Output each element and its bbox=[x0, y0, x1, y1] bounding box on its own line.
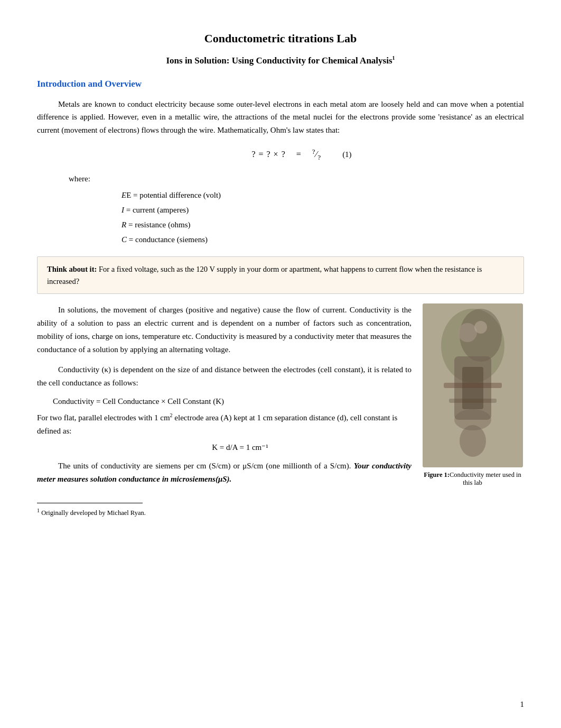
svg-point-7 bbox=[474, 321, 487, 334]
main-title: Conductometric titrations Lab bbox=[37, 32, 524, 45]
paragraph-3: Conductivity (κ) is dependent on the siz… bbox=[37, 363, 412, 390]
svg-rect-9 bbox=[449, 399, 497, 403]
content-with-figure: In solutions, the movement of charges (p… bbox=[37, 303, 524, 487]
svg-rect-8 bbox=[444, 383, 502, 388]
sub-title-text: Ions in Solution: Using Conductivity for… bbox=[166, 56, 392, 66]
conductivity-equation: Conductivity = Cell Conductance × Cell C… bbox=[53, 397, 412, 406]
conductivity-meter-svg bbox=[423, 303, 523, 467]
sub-title-superscript: 1 bbox=[392, 55, 395, 61]
units-text: The units of conductivity are siemens pe… bbox=[37, 459, 412, 486]
figure-caption-bold: Figure 1: bbox=[424, 471, 450, 478]
figure-inner bbox=[423, 303, 523, 467]
svg-point-6 bbox=[458, 323, 477, 342]
formula-eq-number: (1) bbox=[342, 150, 352, 159]
def-I: I = current (amperes) bbox=[121, 203, 524, 218]
def-R: R = resistance (ohms) bbox=[121, 218, 524, 233]
paragraph-2: In solutions, the movement of charges (p… bbox=[37, 303, 412, 356]
definitions: EE = potential difference (volt) I = cur… bbox=[121, 188, 524, 247]
figure-caption-rest: Conductivity meter used in this lab bbox=[450, 471, 521, 486]
think-box: Think about it: For a fixed voltage, suc… bbox=[37, 256, 524, 294]
for-two-flat: For two flat, parallel electrodes with 1… bbox=[37, 411, 412, 438]
formula-block: ? = ? × ? = ?⁄? (1) bbox=[79, 148, 524, 162]
footnote: 1 Originally developed by Michael Ryan. bbox=[37, 508, 524, 517]
def-E: EE = potential difference (volt) bbox=[121, 188, 524, 203]
think-text: For a fixed voltage, such as the 120 V s… bbox=[47, 265, 482, 285]
k-equation: K = d/A = 1 cm⁻¹ bbox=[69, 443, 412, 452]
footnote-content: Originally developed by Michael Ryan. bbox=[40, 510, 146, 517]
page-number: 1 bbox=[520, 700, 525, 709]
where-block: where: EE = potential difference (volt) … bbox=[69, 172, 524, 247]
figure-image bbox=[423, 303, 523, 467]
paragraph-1: Metals are known to conduct electricity … bbox=[37, 98, 524, 137]
footnote-divider bbox=[37, 503, 143, 503]
think-label: Think about it: bbox=[47, 265, 97, 273]
sub-title: Ions in Solution: Using Conductivity for… bbox=[37, 55, 524, 66]
content-left: In solutions, the movement of charges (p… bbox=[37, 303, 412, 487]
figure-right: Figure 1:Conductivity meter used in this… bbox=[421, 303, 524, 487]
where-label: where: bbox=[69, 172, 524, 186]
def-C: C = conductance (siemens) bbox=[121, 233, 524, 247]
svg-point-10 bbox=[454, 409, 491, 430]
figure-caption: Figure 1:Conductivity meter used in this… bbox=[421, 471, 524, 487]
section-heading: Introduction and Overview bbox=[37, 79, 524, 89]
formula-expression: ? = ? × ? = ?⁄? bbox=[251, 148, 321, 162]
